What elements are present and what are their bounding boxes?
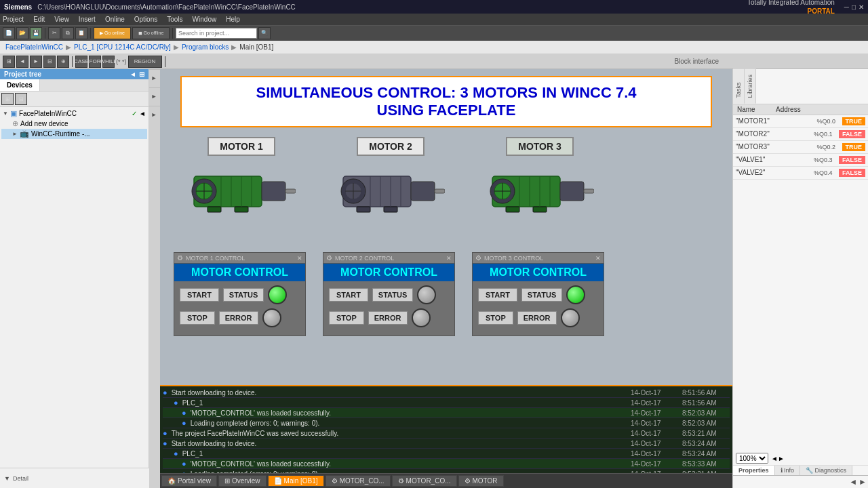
motor2-stop-btn[interactable]: STOP bbox=[329, 311, 364, 325]
motor1-status-btn[interactable]: STATUS bbox=[223, 288, 264, 302]
detail-expand[interactable]: ▼ bbox=[4, 475, 10, 482]
motor2-start-btn[interactable]: START bbox=[329, 288, 368, 302]
tree-tb1[interactable]: ⊞ bbox=[1, 93, 14, 105]
log-time-7: 8:53:33 AM bbox=[682, 460, 730, 468]
breadcrumb-sep2: ▶ bbox=[174, 43, 179, 51]
motor3-image bbox=[486, 163, 594, 217]
rtab-info[interactable]: ℹ Info bbox=[775, 466, 801, 475]
tb2-btn5[interactable]: ⊕ bbox=[57, 56, 69, 68]
motor3-start-row: START STATUS bbox=[478, 285, 598, 304]
tb-new[interactable]: 📄 bbox=[3, 27, 15, 39]
rp-collapse-btn[interactable]: ► bbox=[859, 477, 867, 487]
log-msg-1: PLC_1 bbox=[182, 399, 627, 407]
tree-item-faceplate[interactable]: ▼ ▣ FacePlateInWinCC ✓ ◄ bbox=[1, 108, 147, 119]
motor3-ctrl-icon: ⚙ bbox=[475, 254, 481, 262]
right-row-motor2: "MOTOR2" %Q0.1 FALSE bbox=[733, 128, 868, 141]
vtab-left2[interactable]: ◄ bbox=[149, 87, 160, 106]
motor1-stop-btn[interactable]: STOP bbox=[180, 311, 215, 325]
tb2-btn4[interactable]: ⊟ bbox=[43, 56, 56, 68]
btab-motor[interactable]: ⚙ MOTOR bbox=[458, 475, 504, 487]
menu-window[interactable]: Window bbox=[193, 16, 217, 23]
menu-options[interactable]: Options bbox=[134, 16, 157, 23]
btab-portal[interactable]: 🏠 Portal view bbox=[161, 475, 217, 487]
breadcrumb-part1[interactable]: FacePlateInWinCC bbox=[5, 43, 63, 51]
zoom-select[interactable]: 100% 75% 125% 150% bbox=[736, 453, 768, 464]
vtab-left1[interactable]: ◄ bbox=[149, 69, 160, 87]
motor3-status-btn[interactable]: STATUS bbox=[521, 288, 562, 302]
log-time-1: 8:51:56 AM bbox=[682, 399, 730, 407]
menu-view[interactable]: View bbox=[54, 16, 69, 23]
tree-collapse-btn[interactable]: ◄ bbox=[130, 70, 136, 78]
log-icon-2: ● bbox=[182, 409, 186, 417]
tb2-region[interactable]: REGION bbox=[128, 56, 162, 68]
motor1-label-area: MOTOR 1 bbox=[174, 137, 309, 159]
tb-go-online[interactable]: ▶ Go online bbox=[94, 27, 131, 39]
breadcrumb-part2[interactable]: PLC_1 [CPU 1214C AC/DC/Rly] bbox=[74, 43, 171, 51]
btab-overview[interactable]: ⊞ Overview bbox=[218, 475, 267, 487]
tree-item-wincc[interactable]: ► 📺 WinCC-Runtime -... bbox=[1, 129, 147, 139]
svg-rect-7 bbox=[208, 207, 221, 212]
btab-motor-co1[interactable]: ⚙ MOTOR_CO... bbox=[326, 475, 391, 487]
motor3-error-btn[interactable]: ERROR bbox=[517, 311, 557, 325]
motor3-label: MOTOR 3 bbox=[506, 137, 574, 156]
motor2-ctrl-close[interactable]: ✕ bbox=[446, 255, 452, 262]
motor2-error-btn[interactable]: ERROR bbox=[368, 311, 408, 325]
rr-motor1-addr: %Q0.0 bbox=[817, 118, 841, 125]
btab-main-ob1[interactable]: 📄 Main [OB1] bbox=[268, 475, 324, 487]
btab-overview-label: Overview bbox=[232, 477, 260, 485]
vtab-left3[interactable]: ◄ bbox=[149, 106, 160, 124]
tree-btn1[interactable]: ◄ bbox=[139, 110, 146, 117]
menu-insert[interactable]: Insert bbox=[79, 16, 96, 23]
menu-online[interactable]: Online bbox=[105, 16, 125, 23]
tb-search[interactable]: 🔍 bbox=[258, 27, 271, 39]
rtab-libraries[interactable]: Libraries bbox=[745, 69, 756, 104]
tree-tb2[interactable]: ⊟ bbox=[15, 93, 27, 105]
menu-help[interactable]: Help bbox=[226, 16, 240, 23]
menu-edit[interactable]: Edit bbox=[33, 16, 45, 23]
rp-expand-btn[interactable]: ◄ bbox=[849, 477, 857, 487]
zoom-scroll[interactable]: ◄► bbox=[771, 455, 785, 462]
tb2-btn3[interactable]: ► bbox=[30, 56, 42, 68]
breadcrumb-part3[interactable]: Program blocks bbox=[182, 43, 229, 51]
minimize-btn[interactable]: ─ bbox=[844, 3, 849, 11]
tb2-btn2[interactable]: ◄ bbox=[16, 56, 28, 68]
rtab-diagnostics[interactable]: 🔧 Diagnostics bbox=[800, 466, 852, 475]
motor3-ctrl-title-main: MOTOR CONTROL bbox=[473, 264, 604, 281]
motor1-start-btn[interactable]: START bbox=[180, 288, 219, 302]
tb-copy[interactable]: ⧉ bbox=[62, 27, 74, 39]
motor2-error-led bbox=[412, 308, 431, 327]
motor2-status-btn[interactable]: STATUS bbox=[372, 288, 413, 302]
left-vtabs: ◄ ◄ ◄ bbox=[149, 69, 160, 488]
motor3-start-btn[interactable]: START bbox=[478, 288, 517, 302]
menu-tools[interactable]: Tools bbox=[167, 16, 182, 23]
maximize-btn[interactable]: □ bbox=[852, 3, 856, 11]
tb-go-offline[interactable]: ◼ Go offline bbox=[132, 27, 170, 39]
tree-item-add-device[interactable]: ⊕ Add new device bbox=[1, 119, 147, 129]
rtab-properties[interactable]: Properties bbox=[733, 466, 775, 475]
motor1-error-btn[interactable]: ERROR bbox=[219, 311, 258, 325]
menu-project[interactable]: Project bbox=[3, 16, 24, 23]
svg-rect-27 bbox=[560, 182, 584, 201]
motor3-stop-btn[interactable]: STOP bbox=[478, 311, 513, 325]
devices-tab[interactable]: Devices bbox=[0, 79, 40, 91]
tb-open[interactable]: 📂 bbox=[16, 27, 28, 39]
tb2-btn7[interactable]: FOR bbox=[89, 56, 101, 68]
btab-motor-co2[interactable]: ⚙ MOTOR_CO... bbox=[392, 475, 457, 487]
tb2-btn1[interactable]: ⊞ bbox=[3, 56, 15, 68]
close-btn[interactable]: ✕ bbox=[859, 3, 864, 11]
tb2-label: (* *) bbox=[116, 58, 127, 65]
tb-cut[interactable]: ✂ bbox=[48, 27, 60, 39]
rtab-tasks[interactable]: Tasks bbox=[733, 69, 745, 104]
tb2-btn6[interactable]: CASE bbox=[75, 56, 87, 68]
tb-save[interactable]: 💾 bbox=[30, 27, 42, 39]
right-row-motor1: "MOTOR1" %Q0.0 TRUE bbox=[733, 115, 868, 128]
title-bar: Siemens C:\Users\HOANGLUU\Documents\Auto… bbox=[0, 0, 868, 14]
motor3-ctrl-close[interactable]: ✕ bbox=[595, 255, 601, 262]
search-input[interactable] bbox=[176, 28, 257, 39]
tb-paste[interactable]: 📋 bbox=[75, 27, 87, 39]
tb2-btn8[interactable]: WHILE bbox=[102, 56, 115, 68]
motor1-ctrl-close[interactable]: ✕ bbox=[297, 255, 302, 262]
detail-label: Detail bbox=[13, 475, 28, 482]
motor1-ctrl-title-sm: MOTOR 1 CONTROL bbox=[186, 255, 245, 262]
tree-expand-btn[interactable]: ⊞ bbox=[139, 70, 144, 78]
